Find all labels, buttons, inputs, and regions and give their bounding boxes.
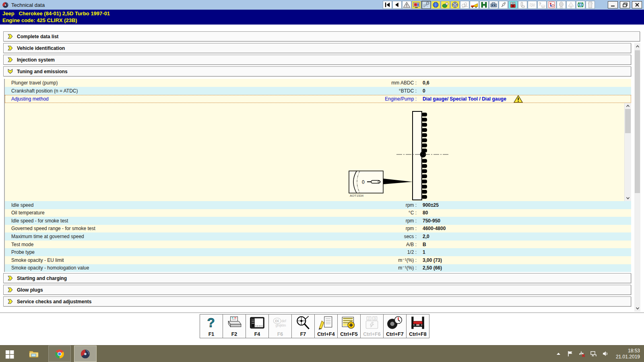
- expanded-arrow-icon: [7, 68, 13, 74]
- fn-button-ctrl-f8[interactable]: Ctrl+F8: [406, 314, 429, 338]
- flag-icon[interactable]: [567, 350, 574, 357]
- section-service-checks[interactable]: Service checks and adjustments: [3, 296, 631, 306]
- section-glow-plugs[interactable]: Glow plugs: [3, 285, 631, 295]
- data-row: Test modeA/B :B: [5, 241, 631, 249]
- scroll-up-icon[interactable]: [634, 43, 640, 49]
- data-row-link[interactable]: Adjusting methodEngine/Pump :Dial gauge/…: [5, 95, 631, 103]
- row-label: Crankshaft position (n = ATDC): [11, 88, 320, 94]
- wheel-gauge-icon: [386, 315, 403, 331]
- minimize-button[interactable]: [608, 1, 618, 8]
- row-label: Governed speed range - for smoke test: [11, 226, 320, 231]
- toolbar-gears-sketch-icon[interactable]: [528, 1, 537, 9]
- toolbar-lift-icon[interactable]: [479, 1, 489, 9]
- fn-button-f4[interactable]: F4: [246, 314, 269, 338]
- start-button[interactable]: [0, 346, 19, 362]
- scrollbar-thumb[interactable]: [635, 50, 640, 193]
- edit-document-icon: [318, 315, 334, 331]
- chrome-icon: [54, 349, 65, 359]
- fn-button-label: F4: [254, 331, 260, 338]
- row-label: Test mode: [11, 242, 320, 247]
- fn-button-ctrl-f6: Ctrl+F6: [360, 314, 384, 338]
- fn-button-f2[interactable]: F2: [223, 314, 246, 338]
- section-label: Vehicle identification: [17, 45, 65, 51]
- windows-logo-icon: [4, 349, 15, 359]
- toolbar-radiator-icon[interactable]: [586, 1, 595, 9]
- toolbar-car-ramp-icon[interactable]: [470, 1, 479, 9]
- taskbar-technical-data-app[interactable]: [74, 346, 97, 362]
- toolbar-diagnostic-question-icon[interactable]: [537, 1, 547, 9]
- system-tray: 18:53 21.01.2019: [555, 346, 644, 362]
- window-titlebar: Technical data: [0, 0, 644, 10]
- close-button[interactable]: [632, 1, 642, 8]
- section-label: Injection system: [17, 57, 55, 63]
- vehicle-title: Jeep Cherokee (84-01) 2,5D Turbo 1997-01: [2, 10, 644, 17]
- row-value: 2,50 (66): [417, 265, 631, 271]
- toolbar-spark-plug-icon[interactable]: [499, 1, 508, 9]
- section-vehicle-identification[interactable]: Vehicle identification: [3, 43, 631, 53]
- data-row: Maximum time at governed speedsecs :2,0: [5, 232, 631, 241]
- toolbar-engine-globe-icon[interactable]: [431, 1, 440, 9]
- fn-button-label: F2: [231, 331, 237, 338]
- section-label: Starting and charging: [17, 276, 67, 281]
- toolbar-exhaust-sketch-icon[interactable]: [460, 1, 469, 9]
- toolbar-nav-back-icon[interactable]: [392, 1, 402, 9]
- scroll-up-icon[interactable]: [625, 103, 631, 109]
- restore-button[interactable]: [620, 1, 630, 8]
- toolbar-service-mouse-icon[interactable]: [441, 1, 450, 9]
- taskbar-clock[interactable]: 18:53 21.01.2019: [613, 348, 640, 360]
- car-lift-icon: [409, 315, 426, 331]
- section-starting-and-charging[interactable]: Starting and charging: [3, 273, 631, 283]
- fn-button-ctrl-f4[interactable]: Ctrl+F4: [314, 314, 338, 338]
- warning-icon[interactable]: [514, 95, 523, 103]
- fn-button-f7[interactable]: F7: [291, 314, 315, 338]
- close-icon: [634, 2, 640, 7]
- section-injection-system[interactable]: Injection system: [3, 55, 631, 65]
- toolbar-seat-icon[interactable]: [518, 1, 527, 9]
- fn-button-label: F1: [208, 331, 215, 338]
- fn-button-label: Ctrl+F4: [317, 331, 334, 338]
- taskbar-chrome[interactable]: [48, 346, 71, 362]
- diagram-scrollbar[interactable]: [624, 103, 631, 201]
- taskbar-file-explorer[interactable]: [23, 346, 45, 362]
- row-unit: A/B :: [320, 242, 417, 247]
- scroll-down-icon[interactable]: [634, 305, 640, 312]
- toolbar-monitor-red-icon[interactable]: [412, 1, 421, 9]
- usb-disconnected-icon[interactable]: [578, 350, 585, 357]
- scroll-down-icon[interactable]: [625, 195, 631, 201]
- row-value: 0: [417, 88, 631, 94]
- fn-button-ctrl-f7[interactable]: Ctrl+F7: [383, 314, 407, 338]
- flywheel-timing-diagram: 0 AOT1534: [339, 103, 456, 201]
- fn-button-ctrl-f5[interactable]: Ctrl+F5: [337, 314, 361, 338]
- toolbar-nav-first-icon[interactable]: [383, 1, 392, 9]
- toolbar-car-top-view-icon[interactable]: [576, 1, 585, 9]
- collapsed-arrow-icon: [7, 33, 13, 39]
- toolbar-divider: [0, 313, 644, 313]
- file-explorer-icon: [29, 349, 39, 359]
- toolbar-wheel-icon[interactable]: [450, 1, 460, 9]
- toolbar-wrench-tools-icon[interactable]: [421, 1, 431, 9]
- toolbar-key-fob-icon[interactable]: [557, 1, 566, 9]
- toolbar-warning-icon[interactable]: [402, 1, 411, 9]
- row-unit: rpm :: [320, 226, 417, 231]
- fn-button-label: F6: [277, 331, 283, 338]
- fn-button-label: F7: [300, 331, 306, 338]
- toolbar-engine-unit-icon[interactable]: [489, 1, 498, 9]
- fn-button-label: Ctrl+F7: [386, 331, 403, 338]
- volume-icon[interactable]: [602, 350, 609, 357]
- toolbar-battery-icon[interactable]: [508, 1, 518, 9]
- scrollbar-thumb[interactable]: [625, 109, 631, 133]
- page-scrollbar[interactable]: [634, 43, 640, 312]
- section-complete-data-list[interactable]: Complete data list: [3, 31, 640, 41]
- toolbar-airbag-seat-icon[interactable]: [547, 1, 556, 9]
- toolbar-warning-small-icon[interactable]: [566, 1, 576, 9]
- row-value: B: [417, 242, 631, 247]
- data-row: Idle speedrpm :900±25: [5, 201, 631, 209]
- vehicle-header: Jeep Cherokee (84-01) 2,5D Turbo 1997-01…: [0, 10, 644, 25]
- row-value: 0,6: [417, 80, 631, 86]
- fn-button-f1[interactable]: F1: [200, 314, 223, 338]
- hidden-icons-chevron-icon[interactable]: [555, 350, 562, 357]
- network-icon[interactable]: [590, 350, 597, 357]
- section-tuning-and-emissions[interactable]: Tuning and emissions: [3, 66, 631, 76]
- row-unit: secs :: [320, 234, 417, 239]
- function-key-toolbar: F1F2F4F6F7Ctrl+F4Ctrl+F5Ctrl+F6Ctrl+F7Ct…: [200, 314, 429, 338]
